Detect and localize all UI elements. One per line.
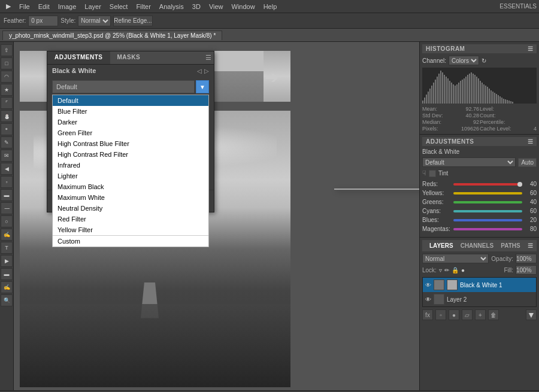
right-auto-btn[interactable]: Auto: [518, 158, 537, 167]
menu-window[interactable]: Window: [228, 2, 259, 11]
document-tab[interactable]: y_photo_minsk_windmill_step3.psd @ 25% (…: [2, 31, 222, 40]
path-select-tool[interactable]: ▶: [1, 255, 13, 267]
layer-group-btn[interactable]: ▱: [462, 309, 473, 320]
masks-tab[interactable]: MASKS: [110, 51, 148, 64]
feather-label: Feather:: [4, 17, 26, 24]
menu-filter[interactable]: Filter: [132, 2, 154, 11]
preset-item-red-filter[interactable]: Red Filter: [53, 214, 208, 224]
quick-select-tool[interactable]: ★: [1, 84, 13, 96]
preset-item-default[interactable]: Default: [53, 95, 208, 106]
menu-view[interactable]: View: [205, 2, 227, 11]
layers-tab[interactable]: LAYERS: [426, 241, 457, 250]
preset-dropdown-button[interactable]: ▼: [196, 80, 209, 93]
channels-tab[interactable]: CHANNELS: [457, 241, 498, 250]
layer-delete-btn[interactable]: 🗑: [488, 309, 499, 320]
layers-list: 👁 Black & White 1 👁 Layer 2: [422, 277, 537, 307]
move-tool[interactable]: ⇧: [1, 44, 13, 56]
lock-image-icon[interactable]: ✏: [444, 267, 449, 274]
menu-3d[interactable]: 3D: [189, 2, 204, 11]
shape-tool[interactable]: ▬: [1, 268, 13, 280]
layer-adj-btn[interactable]: ●: [449, 309, 459, 320]
layer-item-2[interactable]: 👁 Layer 2: [423, 292, 536, 306]
preset-item-high-contrast-blue[interactable]: High Contrast Blue Filter: [53, 138, 208, 149]
svg-rect-9: [438, 74, 440, 104]
stat-median: Median: 92: [422, 119, 479, 125]
right-tint-checkbox[interactable]: [429, 170, 436, 177]
panel-forward-icon[interactable]: ▷: [204, 68, 209, 74]
zoom-tool[interactable]: 🔍: [1, 294, 13, 306]
eyedropper-tool[interactable]: ⛄: [1, 110, 13, 122]
lock-all-icon[interactable]: ●: [461, 267, 465, 274]
adjustments-tab[interactable]: ADJUSTMENTS: [47, 51, 110, 64]
gradient-tool[interactable]: ▬: [1, 189, 13, 201]
essentials-label: ESSENTIALS: [499, 3, 537, 10]
right-yellows-row: Yellows: 60: [422, 190, 537, 196]
feather-input[interactable]: [28, 16, 58, 26]
right-hand-icon[interactable]: ☟: [422, 169, 426, 177]
right-blues-slider[interactable]: [453, 219, 522, 221]
dodge-tool[interactable]: ○: [1, 215, 13, 227]
right-preset-select[interactable]: Default: [422, 157, 516, 167]
type-tool[interactable]: T: [1, 242, 13, 254]
menu-analysis[interactable]: Analysis: [156, 2, 187, 11]
layer-new-btn[interactable]: +: [475, 309, 486, 320]
preset-item-darker[interactable]: Darker: [53, 117, 208, 127]
preset-item-infrared[interactable]: Infrared: [53, 160, 208, 171]
blend-mode-select[interactable]: Normal: [422, 254, 489, 263]
blur-tool[interactable]: ⸻: [1, 202, 13, 214]
preset-item-max-black[interactable]: Maximum Black: [53, 181, 208, 192]
lasso-tool[interactable]: ◠: [1, 71, 13, 83]
fill-input[interactable]: [516, 265, 537, 275]
menu-layer[interactable]: Layer: [81, 2, 105, 11]
preset-item-high-contrast-red[interactable]: High Contrast Red Filter: [53, 149, 208, 160]
layers-menu-icon[interactable]: ☰: [528, 242, 533, 249]
right-cyans-slider[interactable]: [453, 210, 522, 212]
history-tool[interactable]: ◀: [1, 163, 13, 175]
preset-item-blue-filter[interactable]: Blue Filter: [53, 106, 208, 117]
layer-fx-btn[interactable]: fx: [422, 309, 433, 320]
menu-file[interactable]: File: [16, 2, 34, 11]
preset-item-lighter[interactable]: Lighter: [53, 171, 208, 181]
right-yellows-slider[interactable]: [453, 192, 522, 195]
preset-item-yellow-filter[interactable]: Yellow Filter: [53, 224, 208, 235]
channel-select[interactable]: Colors RGB Red Green Blue: [449, 56, 479, 65]
crop-tool[interactable]: ⌜: [1, 97, 13, 109]
layer-eye-icon-2[interactable]: 👁: [425, 296, 431, 303]
marquee-tool[interactable]: □: [1, 57, 13, 69]
right-greens-slider[interactable]: [453, 201, 522, 203]
paths-tab[interactable]: PATHS: [497, 241, 523, 250]
preset-item-max-white[interactable]: Maximum White: [53, 192, 208, 203]
style-select[interactable]: Normal: [78, 16, 111, 26]
preset-item-custom[interactable]: Custom: [53, 235, 208, 247]
lock-transparent-icon[interactable]: ▿: [439, 267, 442, 274]
clone-tool[interactable]: ✉: [1, 150, 13, 162]
opacity-input[interactable]: [516, 254, 537, 263]
panel-back-icon[interactable]: ◁: [197, 68, 202, 74]
adjustments-right-menu[interactable]: ☰: [528, 138, 533, 145]
histogram-refresh-icon[interactable]: ↻: [482, 57, 486, 64]
histogram-menu[interactable]: ☰: [528, 45, 533, 52]
svg-rect-30: [476, 77, 477, 104]
healing-tool[interactable]: ⚬: [1, 123, 13, 135]
preset-item-neutral-density[interactable]: Neutral Density: [53, 203, 208, 214]
eraser-tool[interactable]: ▫: [1, 176, 13, 188]
layer-mask-btn[interactable]: ▫: [435, 309, 446, 320]
ps-logo[interactable]: ▶: [2, 1, 14, 11]
hand-tool[interactable]: ✍: [1, 281, 13, 293]
panel-menu-icon[interactable]: ☰: [203, 51, 214, 64]
refine-edge-button[interactable]: Refine Edge...: [113, 16, 152, 26]
lock-position-icon[interactable]: 🔒: [452, 267, 459, 274]
layer-eye-icon-bw[interactable]: 👁: [425, 282, 431, 288]
svg-rect-29: [474, 75, 476, 104]
layer-item-bw[interactable]: 👁 Black & White 1: [423, 278, 536, 292]
brush-tool[interactable]: ✎: [1, 136, 13, 148]
right-magentas-slider[interactable]: [453, 228, 522, 230]
layers-down-arrow[interactable]: ▼: [526, 309, 537, 320]
menu-help[interactable]: Help: [260, 2, 281, 11]
menu-edit[interactable]: Edit: [35, 2, 53, 11]
pen-tool[interactable]: ✍: [1, 229, 13, 241]
menu-image[interactable]: Image: [54, 2, 80, 11]
preset-item-green-filter[interactable]: Green Filter: [53, 127, 208, 138]
right-reds-slider[interactable]: [453, 183, 522, 186]
menu-select[interactable]: Select: [106, 2, 132, 11]
